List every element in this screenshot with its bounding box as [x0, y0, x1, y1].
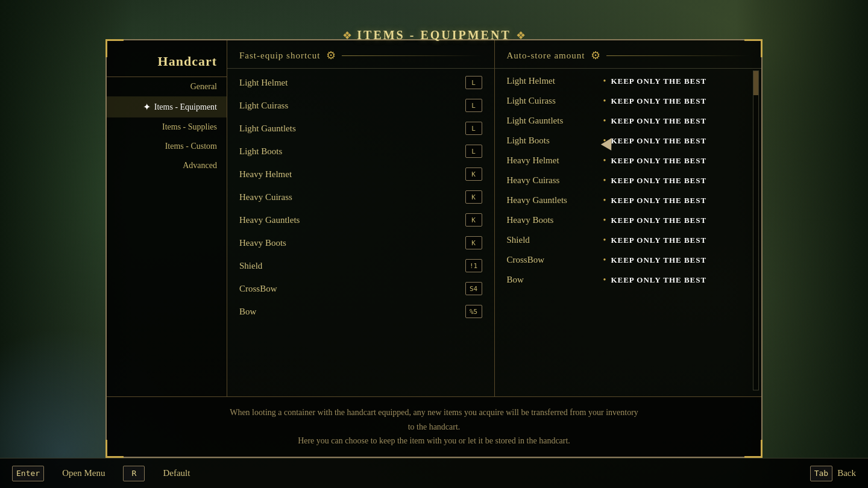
bullet-icon: • [603, 96, 606, 106]
item-value: KEEP ONLY THE BEST [611, 77, 706, 86]
bullet-icon: • [603, 236, 606, 245]
item-key-badge: S4 [465, 282, 482, 295]
table-row[interactable]: Shield • KEEP ONLY THE BEST [495, 230, 762, 250]
item-key-badge: L [465, 99, 482, 112]
panel-left-title: Fast-equip shortcut [239, 51, 320, 61]
item-key-badge: L [465, 76, 482, 89]
item-label: Heavy Helmet [507, 155, 603, 166]
bullet-icon: • [603, 275, 606, 285]
item-label: CrossBow [507, 255, 603, 265]
content-area: Handcart General ✦ Items - Equipment Ite… [107, 40, 761, 396]
panel-auto-store: Auto-store amount ⚙ Light Helmet • KEEP … [495, 40, 762, 396]
sidebar-item-advanced[interactable]: Advanced [107, 156, 227, 175]
table-row[interactable]: Heavy Helmet • KEEP ONLY THE BEST [495, 151, 762, 170]
tab-key-badge: Tab [810, 466, 832, 481]
item-value: KEEP ONLY THE BEST [611, 196, 706, 205]
item-key-badge: L [465, 122, 482, 135]
item-value: KEEP ONLY THE BEST [611, 216, 706, 225]
table-row[interactable]: Heavy Cuirass • KEEP ONLY THE BEST [495, 170, 762, 190]
scrollbar-track[interactable] [753, 70, 759, 390]
item-value: KEEP ONLY THE BEST [611, 255, 706, 265]
item-key-badge: K [465, 213, 482, 227]
page-title: ITEMS - EQUIPMENT [357, 28, 511, 42]
sidebar-item-custom[interactable]: Items - Custom [107, 137, 227, 156]
sidebar-title: Handcart [107, 46, 227, 77]
table-row[interactable]: Bow • KEEP ONLY THE BEST [495, 270, 762, 290]
panels: Fast-equip shortcut ⚙ Light Helmet L Lig… [227, 40, 761, 396]
table-row[interactable]: Heavy Gauntlets K [227, 208, 494, 231]
item-label: Heavy Cuirass [239, 192, 292, 202]
item-key-badge: K [465, 167, 482, 181]
r-key-badge: R [123, 466, 145, 481]
item-key-badge: K [465, 236, 482, 249]
bottom-bar-right: Tab Back [810, 466, 856, 481]
item-label: Shield [239, 261, 262, 271]
table-row[interactable]: Light Cuirass • KEEP ONLY THE BEST [495, 91, 762, 111]
sidebar-item-equipment[interactable]: ✦ Items - Equipment [107, 96, 227, 117]
sidebar-item-supplies[interactable]: Items - Supplies [107, 117, 227, 137]
sidebar-item-label: General [190, 82, 217, 92]
table-row[interactable]: Light Gauntlets L [227, 117, 494, 140]
sidebar-item-label: Items - Equipment [154, 102, 217, 112]
back-label: Back [837, 468, 856, 478]
table-row[interactable]: Light Helmet L [227, 71, 494, 94]
sidebar-item-general[interactable]: General [107, 77, 227, 96]
footer: When looting a container with the handca… [107, 396, 761, 457]
main-window: ❖ ITEMS - EQUIPMENT ❖ Handcart General ✦… [105, 39, 763, 458]
panel-fast-equip: Fast-equip shortcut ⚙ Light Helmet L Lig… [227, 40, 495, 396]
table-row[interactable]: Bow %5 [227, 300, 494, 323]
table-row[interactable]: Heavy Cuirass K [227, 186, 494, 208]
corner-bl [105, 440, 124, 458]
auto-store-list: Light Helmet • KEEP ONLY THE BEST Light … [495, 69, 762, 396]
item-label: Heavy Gauntlets [239, 215, 300, 225]
fast-equip-list: Light Helmet L Light Cuirass L Light Gau… [227, 69, 494, 396]
item-label: Light Helmet [507, 76, 603, 86]
item-value: KEEP ONLY THE BEST [611, 156, 706, 166]
item-label: Light Cuirass [239, 101, 288, 111]
table-row[interactable]: Light Boots L [227, 140, 494, 163]
table-row[interactable]: CrossBow S4 [227, 277, 494, 300]
table-row[interactable]: Heavy Helmet K [227, 163, 494, 186]
table-row[interactable]: Heavy Gauntlets • KEEP ONLY THE BEST [495, 190, 762, 210]
sidebar: Handcart General ✦ Items - Equipment Ite… [107, 40, 227, 396]
item-value: KEEP ONLY THE BEST [611, 96, 706, 106]
item-label: Light Helmet [239, 78, 288, 88]
item-label: Light Gauntlets [507, 116, 603, 126]
item-key-badge: !1 [465, 259, 482, 272]
bottom-bar: Enter Open Menu R Default Tab Back [0, 458, 868, 488]
footer-line2: to the handcart. [408, 422, 461, 431]
item-label: Heavy Helmet [239, 169, 292, 180]
corner-tl [105, 39, 124, 57]
item-label: Light Boots [239, 146, 282, 157]
scrollbar-thumb[interactable] [753, 71, 758, 95]
sidebar-item-label: Advanced [183, 161, 217, 170]
footer-line1: When looting a container with the handca… [230, 408, 638, 417]
table-row[interactable]: Shield !1 [227, 254, 494, 277]
item-label: Light Gauntlets [239, 124, 296, 134]
item-key-badge: %5 [465, 305, 482, 318]
panel-right-divider [606, 55, 749, 56]
bullet-icon: • [603, 136, 606, 146]
bullet-icon: • [603, 196, 606, 205]
bullet-icon: • [603, 176, 606, 186]
item-label: Heavy Cuirass [507, 175, 603, 186]
table-row[interactable]: Heavy Boots K [227, 231, 494, 254]
table-row[interactable]: Light Boots • KEEP ONLY THE BEST [495, 131, 762, 151]
table-row[interactable]: Light Cuirass L [227, 94, 494, 117]
corner-br [744, 440, 763, 458]
table-row[interactable]: Heavy Boots • KEEP ONLY THE BEST [495, 210, 762, 230]
item-label: Shield [507, 235, 603, 245]
item-label: Heavy Boots [239, 238, 286, 248]
table-row[interactable]: CrossBow • KEEP ONLY THE BEST [495, 250, 762, 270]
footer-text: When looting a container with the handca… [230, 405, 638, 448]
item-key-badge: L [465, 145, 482, 158]
item-value: KEEP ONLY THE BEST [611, 275, 706, 285]
panel-left-icon: ⚙ [326, 49, 336, 62]
bullet-icon: • [603, 216, 606, 225]
table-row[interactable]: Light Helmet • KEEP ONLY THE BEST [495, 71, 762, 91]
item-label: Bow [239, 307, 256, 317]
table-row[interactable]: Light Gauntlets • KEEP ONLY THE BEST [495, 111, 762, 131]
bullet-icon: • [603, 255, 606, 265]
enter-key-badge: Enter [12, 466, 44, 481]
item-label: Heavy Boots [507, 215, 603, 225]
